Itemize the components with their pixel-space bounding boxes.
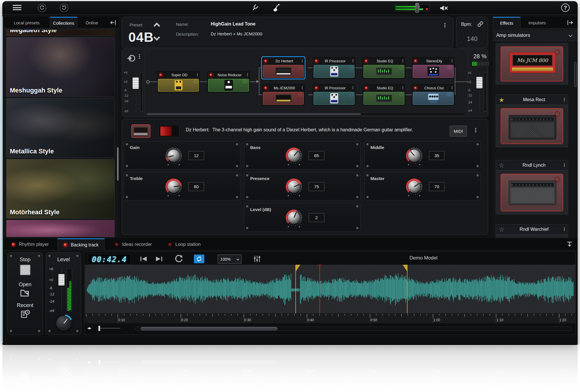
gain-knob[interactable]	[165, 147, 182, 164]
amp-item-mesa-rect[interactable]	[496, 105, 568, 147]
chain-pedal-ir-processor-b[interactable]: IR Processor	[313, 84, 355, 106]
redo-icon[interactable]	[60, 3, 68, 12]
presence-knob[interactable]	[286, 178, 302, 195]
chain-pedal-studio-eq-b[interactable]: Studio EQ	[363, 84, 405, 106]
preset-up-icon[interactable]	[154, 23, 160, 29]
bass-knob[interactable]	[286, 147, 302, 164]
recent-files-button[interactable]	[20, 309, 30, 319]
chain-pedal-noise-reducer[interactable]: Noise Reducer	[207, 71, 250, 92]
pedal-menu-icon[interactable]	[302, 59, 303, 62]
preset-card-megadeth[interactable]: Megadeth Style	[6, 30, 115, 36]
loop-icon[interactable]	[174, 255, 184, 263]
tuner-icon[interactable]	[250, 3, 259, 12]
bpm-link-icon[interactable]	[477, 21, 484, 28]
tab-backing-track[interactable]: Backing track	[57, 238, 105, 251]
chain-pedal-ms-jcm2000[interactable]: Ms JCM2000	[262, 84, 305, 106]
preset-card-meshuggah[interactable]: Meshuggah Style	[6, 37, 115, 97]
sync-button[interactable]	[194, 255, 204, 263]
right-panel-scrollbar[interactable]	[574, 62, 577, 87]
mixer-icon[interactable]	[252, 255, 262, 263]
preset-down-icon[interactable]	[154, 34, 160, 41]
tab-impulses[interactable]: Impulses	[521, 17, 553, 28]
waveform-scrollbar-thumb[interactable]	[141, 327, 277, 330]
amp-thumbnail[interactable]	[131, 124, 150, 138]
master-value-field[interactable]: 70	[429, 182, 445, 191]
tab-effects[interactable]: Effects	[493, 17, 521, 28]
dock-panel-icon[interactable]	[566, 241, 573, 248]
pedal-led[interactable]	[315, 86, 318, 90]
pedal-led[interactable]	[365, 59, 368, 63]
level-knob[interactable]	[286, 209, 302, 226]
favorite-star-icon[interactable]: ☆	[499, 226, 504, 233]
waveform-scrollbar[interactable]	[135, 326, 572, 331]
chain-pedal-studio-eq-a[interactable]: Studio EQ	[363, 57, 405, 79]
waveform-hzoom-icon[interactable]: ◀▶	[87, 326, 91, 330]
loop-end-marker[interactable]	[403, 265, 407, 272]
tab-local-presets[interactable]: Local presets	[4, 17, 50, 28]
waveform-display[interactable]	[85, 265, 575, 313]
mute-icon[interactable]	[439, 4, 448, 12]
tab-collections[interactable]: Collections	[50, 17, 77, 28]
amp-menu-icon[interactable]	[564, 227, 565, 231]
amp-item-rndl-warchief[interactable]	[496, 235, 568, 238]
bass-value-field[interactable]: 65	[309, 151, 324, 160]
collapse-left-panel-icon[interactable]	[110, 20, 116, 26]
pedal-led[interactable]	[159, 73, 162, 77]
pedal-menu-icon[interactable]	[452, 86, 452, 89]
chain-pedal-chorus-clsc[interactable]: Chorus Clsc	[412, 84, 454, 106]
pedal-led[interactable]	[414, 59, 417, 63]
pedal-menu-icon[interactable]	[403, 59, 403, 62]
input-fader-handle[interactable]	[132, 77, 139, 89]
gain-value-field[interactable]: 12	[188, 151, 204, 160]
amp-menu-icon[interactable]	[564, 98, 565, 102]
amp-item-ms-jcm800[interactable]: Ms JCM 800	[496, 43, 568, 85]
chain-pedal-dz-herbert[interactable]: Dz Herbert	[262, 57, 305, 79]
playhead[interactable]	[319, 265, 320, 313]
waveform-hzoom-slider[interactable]	[96, 326, 125, 331]
treble-value-field[interactable]: 80	[188, 182, 204, 191]
favorite-star-icon[interactable]: ★	[499, 97, 504, 103]
favorite-star-icon[interactable]: ☆	[499, 162, 504, 168]
skip-to-start-icon[interactable]	[138, 255, 149, 263]
guitar-icon[interactable]	[272, 3, 281, 12]
help-icon[interactable]: ?	[561, 3, 570, 12]
middle-value-field[interactable]: 35	[429, 151, 445, 160]
menu-icon[interactable]	[13, 5, 21, 11]
pedal-menu-icon[interactable]	[353, 59, 353, 62]
pedal-menu-icon[interactable]	[353, 86, 353, 89]
chain-pedal-super-od[interactable]: Super OD	[157, 71, 200, 92]
midi-button[interactable]: MIDI	[450, 126, 467, 137]
amp-item-header-mesa-rect[interactable]: ★ Mesa Rect	[496, 95, 568, 105]
chain-scrollbar-thumb[interactable]	[147, 113, 361, 115]
amp-menu-icon[interactable]	[564, 163, 565, 167]
pedal-led[interactable]	[264, 59, 267, 63]
chain-pedal-ir-processor-a[interactable]: IR Processor	[313, 57, 355, 79]
amp-item-header-rndl-lynch[interactable]: ☆ Rndl Lynch	[496, 160, 568, 170]
preset-card-partial[interactable]	[6, 220, 115, 237]
middle-knob[interactable]	[406, 147, 423, 164]
pedal-led[interactable]	[315, 59, 318, 63]
pedal-menu-icon[interactable]	[197, 73, 198, 76]
pedal-menu-icon[interactable]	[403, 86, 403, 89]
loop-start-marker[interactable]	[296, 265, 300, 272]
master-output-meter[interactable]	[394, 4, 430, 11]
power-switch[interactable]	[159, 125, 179, 137]
pedal-led[interactable]	[414, 86, 417, 90]
chain-scrollbar[interactable]	[146, 113, 465, 115]
pedal-menu-icon[interactable]	[452, 59, 452, 62]
level-value-field[interactable]: 2	[309, 213, 324, 222]
tab-ideas-recorder[interactable]: Ideas recorder	[109, 238, 158, 251]
master-knob[interactable]	[406, 178, 423, 195]
amp-menu-icon[interactable]	[475, 128, 476, 133]
pedal-led[interactable]	[264, 86, 267, 90]
waveform-zoom-dropdown[interactable]: 100%	[218, 255, 241, 264]
pedal-menu-icon[interactable]	[247, 73, 248, 76]
presence-value-field[interactable]: 75	[309, 182, 324, 191]
input-source-icon[interactable]	[127, 54, 136, 62]
tab-online[interactable]: Online	[79, 17, 105, 28]
master-volume-handle[interactable]	[415, 3, 419, 13]
amp-item-header-rndl-warchief[interactable]: ☆ Rndl Warchief	[496, 224, 568, 235]
preset-card-motorhead[interactable]: Motörhead Style	[6, 159, 115, 219]
amp-item-rndl-lynch[interactable]	[496, 170, 568, 215]
output-fader-handle[interactable]	[476, 77, 483, 88]
